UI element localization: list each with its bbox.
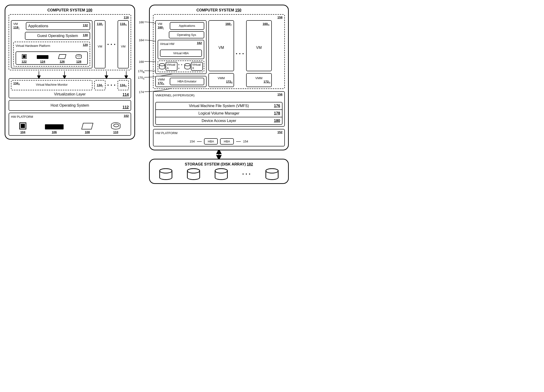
hba-ref-left: 154 — [190, 140, 195, 143]
operating-sys-box: Operating Sys — [169, 31, 204, 38]
storage-system-box: STORAGE SYSTEM (DISK ARRAY) 182 • • • — [149, 159, 289, 184]
lead-164: 164 — [139, 38, 144, 42]
virtual-hw-box: Virtual HW 162 Virtual HBA — [158, 40, 204, 59]
cpu-icon: 122 — [22, 54, 27, 63]
cylinder-icon — [159, 63, 165, 69]
vmm-ellipsis: • • • — [107, 83, 116, 87]
virtual-hba-box: Virtual HBA — [160, 50, 202, 57]
lead-170a: 170A — [138, 69, 144, 74]
system-100-title: COMPUTER SYSTEM 100 — [9, 8, 131, 12]
hba-emulator-box: HBA Emulator — [170, 78, 204, 85]
lvm-box: Logical Volume Manager 178 — [156, 110, 282, 117]
line-icon — [197, 140, 202, 143]
vm-160-2: 1602 VM — [208, 20, 234, 71]
system-150-title: COMPUTER SYSTEM 150 — [153, 8, 285, 12]
virtual-hw-platform-box: Virtual Hardware Platform 120 122 124 12… — [13, 42, 90, 67]
virtual-hw-icons: 122 124 126 128 — [16, 52, 88, 65]
cylinder-icon — [215, 168, 228, 180]
vmm-134-n: 134N — [118, 80, 129, 90]
applications-box: Applications — [170, 22, 204, 30]
lead-168: 168 — [139, 60, 144, 64]
title-ref: 150 — [235, 8, 242, 12]
system-150-frame: COMPUTER SYSTEM 150 158 VM 1601 Applicat… — [149, 5, 289, 150]
hw-platform-box: HW PLATFORM 102 104 106 108 110 — [9, 113, 131, 136]
vm-ellipsis: • • • — [107, 42, 116, 47]
storage-title: STORAGE SYSTEM (DISK ARRAY) 182 — [153, 162, 285, 166]
system-100-frame: COMPUTER SYSTEM 100 116 VM 1181 Applicat… — [5, 5, 135, 140]
computer-system-100: COMPUTER SYSTEM 100 116 VM 1181 Applicat… — [5, 5, 135, 140]
lead-174: 174 — [139, 90, 144, 94]
vmkernel-stack: Virtual Machine File System (VMFS) 176 L… — [155, 102, 283, 125]
virt-layer-label: Virtualization Layer — [11, 92, 129, 96]
vm-118-2: 1182 VM — [94, 20, 106, 68]
storage-ellipsis: • • • — [242, 172, 251, 176]
hw-cpu-icon: 104 — [19, 123, 26, 134]
lead-170x: 170X — [138, 76, 144, 80]
hba-ref-right: 154 — [243, 140, 248, 143]
computer-system-150: 166 164 168 170A 170X 174 COMPUTER SYSTE… — [149, 5, 289, 184]
host-os-box: Host Operating System 112 — [9, 100, 131, 111]
cylinder-icon — [184, 63, 190, 69]
line-icon — [236, 140, 241, 143]
guest-os-box: Guest Operating System 130 — [25, 32, 90, 40]
dal-box: Device Access Layer 180 — [156, 117, 282, 124]
hw-nic-icon: 108 — [82, 123, 92, 134]
hba-box-2: HBA — [220, 138, 234, 145]
virtualization-layer-box: 134A Virtual Machine Monitor 1342 • • • … — [9, 78, 131, 98]
hba-box-1: HBA — [204, 138, 218, 145]
ram-icon: 124 — [37, 55, 48, 63]
title-text: COMPUTER SYSTEM — [47, 8, 85, 12]
vmm-172-b: VMM 172B — [208, 73, 234, 87]
vmm-172-a: VMM 172A HBA Emulator — [155, 76, 207, 87]
lead-166: 166 — [139, 20, 144, 24]
title-ref: 100 — [86, 8, 92, 12]
vm-group-116: 116 VM 1181 Applications 132 — [9, 14, 131, 70]
vmfs-box: Virtual Machine File System (VMFS) 176 — [156, 102, 282, 110]
virtual-disk-group: Virtual A • • • Virtual X — [158, 60, 204, 72]
vm-160-n: 160N VM — [246, 20, 272, 71]
vmkernel-box: VMKERNEL (HYPERVISOR) 156 Virtual Machin… — [153, 91, 285, 127]
vmm-172-n: VMM 172N — [246, 73, 272, 87]
cylinder-icon — [266, 168, 278, 180]
virtual-disk-x: Virtual X — [184, 62, 203, 71]
cylinder-icon — [187, 168, 200, 180]
applications-box: Applications 132 — [26, 22, 90, 30]
vm-ellipsis: • • • — [236, 52, 244, 56]
vm-160-1-label: VM 1601 — [158, 22, 168, 30]
hw-hdd-icon: 110 — [111, 123, 120, 134]
hdd-icon: 128 — [76, 54, 82, 63]
cylinder-icon — [159, 168, 172, 180]
ref-116: 116 — [124, 16, 129, 19]
hw-platform-152-box: HW PLATFORM 152 154 HBA HBA 154 — [153, 129, 285, 146]
ref-158: 158 — [277, 16, 283, 19]
vm-group-158: 158 VM 1601 Applications Operating Sys — [153, 14, 285, 89]
vmm-134-2: 1342 — [94, 80, 106, 90]
vm-160-1: VM 1601 Applications Operating Sys Virtu… — [155, 20, 207, 74]
vmm-134-a: 134A Virtual Machine Monitor — [11, 80, 92, 90]
bidir-arrow — [149, 150, 289, 159]
nic-icon: 126 — [59, 54, 66, 63]
vm-118-n: 118N VM — [118, 20, 129, 68]
virtual-disk-a: Virtual A — [159, 62, 177, 71]
arrows-vm-to-vmm — [9, 71, 131, 78]
title-text: COMPUTER SYSTEM — [196, 8, 234, 12]
hw-ram-icon: 106 — [45, 124, 64, 134]
vm-118-1: VM 1181 Applications 132 Guest Operating… — [11, 20, 92, 68]
vm-118-1-label: VM 1181 — [13, 22, 24, 30]
